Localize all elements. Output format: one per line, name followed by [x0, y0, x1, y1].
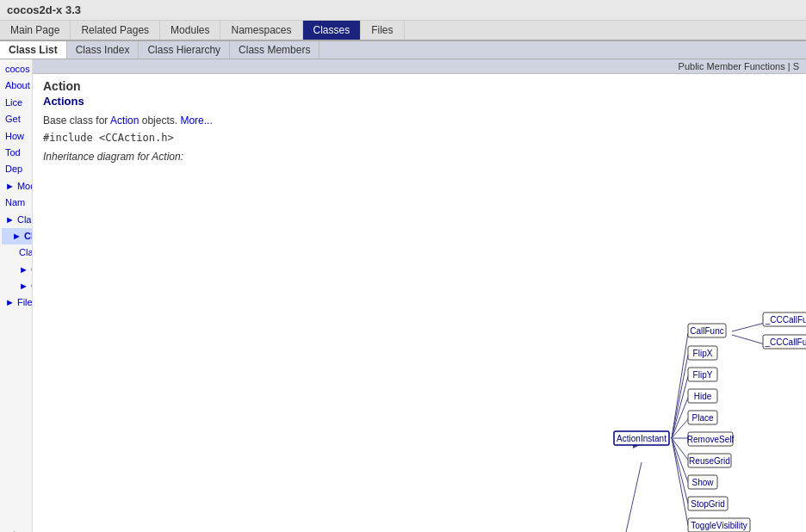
sub-tabs: Class ListClass IndexClass HierarchyClas… — [0, 41, 806, 59]
description-text: Base class for — [43, 114, 110, 127]
inheritance-label: Inheritance diagram for Action: — [43, 151, 796, 163]
nav-tabs: Main PageRelated PagesModulesNamespacesC… — [0, 21, 806, 41]
svg-line-22 — [732, 323, 765, 331]
sidebar-item-cla-active[interactable]: ► Cl — [2, 228, 33, 244]
description-suffix: objects. — [139, 114, 180, 127]
svg-text:FlipX: FlipX — [693, 349, 713, 358]
sidebar-item-dep[interactable]: Dep — [2, 161, 33, 177]
svg-text:Hide: Hide — [694, 392, 712, 401]
svg-text:_CCCallFuncO: _CCCallFuncO — [764, 337, 806, 347]
include-line: #include <CCAction.h> — [43, 132, 796, 144]
action-title: Action — [43, 79, 796, 93]
content-area: Public Member Functions | S Action Actio… — [33, 59, 806, 532]
sidebar-item-todo[interactable]: Tod — [2, 145, 33, 161]
sidebar-item-cla4[interactable]: ► Cl — [2, 278, 33, 294]
diagram-area: Clonable Action FiniteTimeAction ActionI… — [43, 170, 806, 532]
svg-line-0 — [601, 462, 642, 532]
svg-text:ToggleVisibility: ToggleVisibility — [691, 521, 747, 530]
action-link[interactable]: Action — [110, 114, 139, 127]
svg-text:ReuseGrid: ReuseGrid — [689, 456, 730, 466]
content-header: Public Member Functions | S — [33, 59, 806, 74]
svg-line-4 — [672, 355, 688, 438]
diagram-svg: Clonable Action FiniteTimeAction ActionI… — [43, 170, 806, 532]
sidebar-item-mod[interactable]: ► Mod — [2, 178, 33, 195]
main-layout: cocosAboutLiceGetHowTodDep► ModNam► Clas… — [0, 59, 806, 532]
sidebar: cocosAboutLiceGetHowTodDep► ModNam► Clas… — [0, 59, 33, 532]
content-header-text: Public Member Functions | S — [679, 61, 799, 71]
nav-tab-classes[interactable]: Classes — [303, 21, 362, 40]
svg-text:Show: Show — [691, 478, 714, 487]
sub-tab-class-list[interactable]: Class List — [0, 41, 67, 59]
sidebar-item-how[interactable]: How — [2, 128, 33, 145]
sub-tab-class-index[interactable]: Class Index — [67, 41, 140, 59]
svg-line-6 — [672, 398, 688, 438]
description: Base class for Action objects. More... — [43, 114, 796, 127]
sidebar-item-cocos[interactable]: cocos — [2, 61, 33, 77]
svg-text:RemoveSelf: RemoveSelf — [687, 435, 735, 444]
nav-tab-files[interactable]: Files — [361, 21, 404, 40]
sidebar-item-files[interactable]: ► Files — [2, 294, 33, 311]
sidebar-item-getting[interactable]: Get — [2, 111, 33, 127]
sidebar-item-cla2[interactable]: Cla — [2, 244, 33, 261]
action-subtitle: Actions — [43, 95, 796, 108]
svg-line-10 — [672, 438, 688, 482]
svg-text:CallFunc: CallFunc — [690, 326, 723, 336]
sub-tab-class-hierarchy[interactable]: Class Hierarchy — [139, 41, 230, 59]
svg-line-12 — [672, 438, 688, 525]
sub-tab-class-members[interactable]: Class Members — [230, 41, 319, 59]
svg-text:StopGrid: StopGrid — [691, 499, 724, 509]
sidebar-item-cla3[interactable]: ► Cla — [2, 262, 33, 278]
app-title: cocos2d-x 3.3 — [7, 3, 81, 16]
svg-text:_CCCallFuncD: _CCCallFuncD — [765, 315, 806, 325]
svg-text:Place: Place — [691, 413, 713, 423]
svg-line-11 — [672, 438, 688, 504]
sidebar-inner: cocosAboutLiceGetHowTodDep► ModNam► Clas… — [0, 59, 33, 313]
svg-text:ActionInstant: ActionInstant — [617, 434, 666, 443]
sidebar-item-nam[interactable]: Nam — [2, 195, 33, 211]
svg-line-23 — [732, 335, 765, 344]
more-link[interactable]: More... — [180, 114, 212, 127]
app-title-bar: cocos2d-x 3.3 — [0, 0, 806, 21]
nav-tab-namespaces[interactable]: Namespaces — [220, 21, 302, 40]
sidebar-item-about[interactable]: About — [2, 77, 33, 94]
page-content: Action Actions Base class for Action obj… — [33, 74, 806, 532]
svg-text:FlipY: FlipY — [693, 370, 713, 380]
nav-tab-modules[interactable]: Modules — [160, 21, 220, 40]
nav-tab-related-pages[interactable]: Related Pages — [71, 21, 160, 40]
sidebar-item-clas[interactable]: ► Clas — [2, 212, 33, 228]
sidebar-scroll-arrow[interactable]: ► — [0, 529, 33, 532]
nav-tab-main-page[interactable]: Main Page — [0, 21, 71, 40]
sidebar-item-license[interactable]: Lice — [2, 95, 33, 111]
